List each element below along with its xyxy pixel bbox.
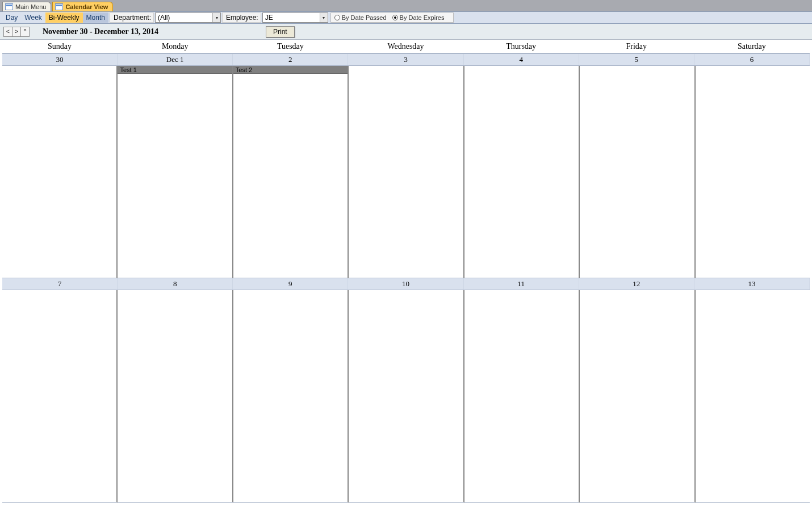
radio-label: By Date Expires <box>400 14 445 21</box>
day-cell[interactable]: Test 2 <box>233 66 349 278</box>
week1-body: Test 1 Test 2 <box>2 66 810 278</box>
employee-value: JE <box>263 14 320 22</box>
date-number[interactable]: 10 <box>348 278 463 290</box>
day-cell[interactable] <box>464 66 580 278</box>
nav-buttons: < > ^ <box>3 27 29 37</box>
chevron-down-icon: ▾ <box>212 13 220 22</box>
date-number[interactable]: 30 <box>2 54 118 65</box>
date-number[interactable]: 7 <box>2 278 118 290</box>
radio-by-date-expires[interactable]: By Date Expires <box>392 14 445 21</box>
day-cell[interactable] <box>349 290 464 503</box>
week2-date-row: 7 8 9 10 11 12 13 <box>2 278 810 290</box>
print-button[interactable]: Print <box>266 26 295 37</box>
tab-bar: Main Menu Calendar View <box>0 0 812 11</box>
day-header: Tuesday <box>233 40 348 53</box>
day-header-row: Sunday Monday Tuesday Wednesday Thursday… <box>2 40 810 54</box>
date-number[interactable]: 12 <box>579 278 694 290</box>
form-icon <box>5 3 13 10</box>
tab-label: Main Menu <box>15 3 46 10</box>
date-number[interactable]: 13 <box>694 278 810 290</box>
day-cell[interactable] <box>696 66 810 278</box>
day-cell[interactable] <box>2 66 118 278</box>
week2-body <box>2 290 810 503</box>
day-header: Monday <box>118 40 233 53</box>
day-cell[interactable] <box>349 66 464 278</box>
radio-by-date-passed[interactable]: By Date Passed <box>334 14 387 21</box>
nav-next-button[interactable]: > <box>12 27 21 37</box>
date-number[interactable]: 11 <box>464 278 579 290</box>
date-number[interactable]: 5 <box>579 54 694 65</box>
day-cell[interactable]: Test 1 <box>118 66 233 278</box>
nav-row: < > ^ November 30 - December 13, 2014 Pr… <box>0 24 812 40</box>
form-icon <box>55 3 63 10</box>
day-cell[interactable] <box>580 66 695 278</box>
radio-icon <box>334 15 340 20</box>
tab-label: Calendar View <box>65 3 108 10</box>
radio-label: By Date Passed <box>342 14 387 21</box>
toolbar: Day Week Bi-Weekly Month Department: (Al… <box>0 11 812 24</box>
date-filter-radio-group: By Date Passed By Date Expires <box>330 12 454 23</box>
department-value: (All) <box>156 14 212 22</box>
date-number[interactable]: 8 <box>118 278 233 290</box>
day-header: Sunday <box>2 40 118 53</box>
chevron-down-icon: ▾ <box>320 13 328 22</box>
employee-label: Employee: <box>222 12 261 23</box>
day-header: Wednesday <box>348 40 463 53</box>
view-day-button[interactable]: Day <box>2 12 21 23</box>
department-dropdown[interactable]: (All) ▾ <box>155 12 221 23</box>
day-header: Thursday <box>464 40 579 53</box>
nav-prev-button[interactable]: < <box>3 27 12 37</box>
day-header: Saturday <box>694 40 810 53</box>
day-cell[interactable] <box>2 290 118 503</box>
day-cell[interactable] <box>118 290 233 503</box>
view-week-button[interactable]: Week <box>21 12 45 23</box>
date-number[interactable]: 9 <box>233 278 348 290</box>
date-number[interactable]: 6 <box>694 54 810 65</box>
date-range-label: November 30 - December 13, 2014 <box>43 27 158 36</box>
calendar-event[interactable]: Test 2 <box>233 66 348 74</box>
view-biweekly-button[interactable]: Bi-Weekly <box>45 12 83 23</box>
tab-main-menu[interactable]: Main Menu <box>2 2 51 11</box>
day-header: Friday <box>579 40 694 53</box>
employee-dropdown[interactable]: JE ▾ <box>262 12 328 23</box>
date-number[interactable]: 4 <box>464 54 579 65</box>
day-cell[interactable] <box>696 290 810 503</box>
radio-icon <box>392 15 398 20</box>
date-number[interactable]: 2 <box>233 54 348 65</box>
department-label: Department: <box>110 12 154 23</box>
tab-calendar-view[interactable]: Calendar View <box>52 2 113 11</box>
week1-date-row: 30 Dec 1 2 3 4 5 6 <box>2 54 810 66</box>
calendar-event[interactable]: Test 1 <box>118 66 232 74</box>
calendar: Sunday Monday Tuesday Wednesday Thursday… <box>0 40 812 503</box>
view-month-button[interactable]: Month <box>83 12 108 23</box>
day-cell[interactable] <box>464 290 580 503</box>
nav-up-button[interactable]: ^ <box>20 27 30 37</box>
day-cell[interactable] <box>233 290 349 503</box>
date-number[interactable]: Dec 1 <box>118 54 233 65</box>
day-cell[interactable] <box>580 290 695 503</box>
date-number[interactable]: 3 <box>348 54 463 65</box>
